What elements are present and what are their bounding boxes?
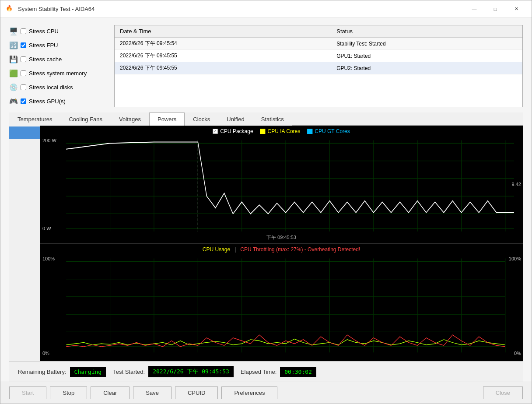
checkbox-stress-cpu[interactable]: 🖥️ Stress CPU <box>9 25 105 37</box>
checkbox-stress-gpu[interactable]: 🎮 Stress GPU(s) <box>9 95 105 107</box>
preferences-button[interactable]: Preferences <box>221 386 277 399</box>
elapsed-value: 00:30:02 <box>280 367 316 377</box>
clear-button[interactable]: Clear <box>91 386 130 399</box>
col-status: Status <box>331 25 522 38</box>
stress-options: 🖥️ Stress CPU 🔢 Stress FPU 💾 Stress cach… <box>9 25 105 107</box>
battery-status: Remaining Battery: Charging <box>18 367 106 377</box>
table-row: 2022/6/26 下午 09:45:54 Stability Test: St… <box>115 38 522 50</box>
datetime-cell-1: 2022/6/26 下午 09:45:54 <box>115 38 331 50</box>
gpu-icon: 🎮 <box>9 97 18 105</box>
table-row: 2022/6/26 下午 09:45:55 GPU1: Started <box>115 50 522 62</box>
cpu-package-label: CPU Package <box>220 128 253 134</box>
stress-disks-checkbox[interactable] <box>21 84 26 90</box>
power-current-value: 9.42 <box>512 182 521 187</box>
cpu-y-min-left: 0% <box>42 351 49 356</box>
datetime-cell-2: 2022/6/26 下午 09:45:55 <box>115 50 331 62</box>
checkbox-stress-cache[interactable]: 💾 Stress cache <box>9 53 105 65</box>
chart-sidebar <box>9 126 40 361</box>
tab-voltages[interactable]: Voltages <box>111 112 149 126</box>
status-cell-2: GPU1: Started <box>331 50 522 62</box>
cpu-usage-title: CPU Usage <box>203 246 230 253</box>
stress-gpu-label: Stress GPU(s) <box>29 98 66 105</box>
start-button[interactable]: Start <box>9 386 46 399</box>
tab-cooling-fans[interactable]: Cooling Fans <box>60 112 111 126</box>
top-section: 🖥️ Stress CPU 🔢 Stress FPU 💾 Stress cach… <box>9 25 523 107</box>
close-window-button[interactable]: ✕ <box>506 2 526 16</box>
stress-cpu-label: Stress CPU <box>29 28 59 35</box>
table-row: 2022/6/26 下午 09:45:55 GPU2: Started <box>115 62 522 74</box>
stress-fpu-checkbox[interactable] <box>21 42 26 48</box>
tab-clocks[interactable]: Clocks <box>185 112 218 126</box>
stress-cache-checkbox[interactable] <box>21 56 26 62</box>
cpu-y-max-left: 100% <box>42 256 55 261</box>
stop-button[interactable]: Stop <box>50 386 87 399</box>
app-icon: 🔥 <box>6 5 14 14</box>
title-bar: 🔥 System Stability Test - AIDA64 — □ ✕ <box>0 0 532 18</box>
main-charts: CPU Package CPU IA Cores CPU GT Cores 20… <box>40 126 523 361</box>
charts-wrapper: CPU Package CPU IA Cores CPU GT Cores 20… <box>9 126 523 361</box>
window-title: System Stability Test - AIDA64 <box>18 6 464 12</box>
tabs-bar: Temperatures Cooling Fans Voltages Power… <box>9 112 523 126</box>
cpu-y-max-right: 100% <box>509 256 521 261</box>
power-x-time: 下午 09:45:53 <box>266 234 296 241</box>
checkbox-stress-memory[interactable]: 🟩 Stress system memory <box>9 67 105 79</box>
status-cell-3: GPU2: Started <box>331 62 522 74</box>
window-controls: — □ ✕ <box>464 2 526 16</box>
stress-memory-label: Stress system memory <box>29 70 87 77</box>
battery-value: Charging <box>70 367 106 377</box>
elapsed-label: Elapsed Time: <box>241 369 276 375</box>
tab-unified[interactable]: Unified <box>218 112 252 126</box>
cpu-ia-color <box>260 129 266 134</box>
power-y-min: 0 W <box>42 226 51 231</box>
stress-fpu-label: Stress FPU <box>29 42 58 49</box>
cpu-gt-color <box>307 129 312 134</box>
main-window: 🔥 System Stability Test - AIDA64 — □ ✕ 🖥… <box>0 0 532 404</box>
cpu-gt-label: CPU GT Cores <box>315 128 350 134</box>
legend-cpu-gt-cores: CPU GT Cores <box>307 128 350 134</box>
bottom-bar: Start Stop Clear Save CPUID Preferences … <box>0 382 532 404</box>
stress-gpu-checkbox[interactable] <box>21 98 26 104</box>
test-started-value: 2022/6/26 下午 09:45:53 <box>148 366 234 377</box>
checkbox-stress-fpu[interactable]: 🔢 Stress FPU <box>9 39 105 51</box>
cpuid-button[interactable]: CPUID <box>175 386 218 399</box>
power-chart-legend: CPU Package CPU IA Cores CPU GT Cores <box>213 128 350 134</box>
sidebar-active-indicator <box>9 126 40 139</box>
elapsed-time-status: Elapsed Time: 00:30:02 <box>241 367 316 377</box>
cpu-y-min-right: 0% <box>514 351 521 356</box>
cpu-ia-label: CPU IA Cores <box>268 128 301 134</box>
tab-statistics[interactable]: Statistics <box>253 112 292 126</box>
datetime-cell-3: 2022/6/26 下午 09:45:55 <box>115 62 331 74</box>
test-started-label: Test Started: <box>113 369 145 375</box>
cpu-icon: 🖥️ <box>9 27 18 35</box>
disk-icon: 💿 <box>9 83 18 91</box>
stress-cache-label: Stress cache <box>29 56 62 63</box>
test-started-status: Test Started: 2022/6/26 下午 09:45:53 <box>113 366 234 377</box>
close-button[interactable]: Close <box>483 386 523 399</box>
main-content: 🖥️ Stress CPU 🔢 Stress FPU 💾 Stress cach… <box>0 18 532 382</box>
battery-label: Remaining Battery: <box>18 369 66 375</box>
minimize-button[interactable]: — <box>464 2 484 16</box>
power-chart-svg <box>40 126 523 243</box>
cpu-chart: CPU Usage | CPU Throttling (max: 27%) - … <box>40 244 523 362</box>
power-y-max: 200 W <box>42 138 56 143</box>
tabs-section: Temperatures Cooling Fans Voltages Power… <box>9 112 523 126</box>
status-table: Date & Time Status 2022/6/26 下午 09:45:54… <box>115 25 522 74</box>
fpu-icon: 🔢 <box>9 41 18 49</box>
legend-cpu-package: CPU Package <box>213 128 253 134</box>
tab-temperatures[interactable]: Temperatures <box>9 112 60 126</box>
status-cell-1: Stability Test: Started <box>331 38 522 50</box>
status-bar: Remaining Battery: Charging Test Started… <box>9 361 523 382</box>
tab-powers[interactable]: Powers <box>149 112 185 126</box>
cpu-throttling-title: CPU Throttling (max: 27%) - Overheating … <box>240 246 360 253</box>
cpu-chart-svg <box>40 244 523 362</box>
cpu-package-checkbox[interactable] <box>213 129 218 134</box>
maximize-button[interactable]: □ <box>485 2 505 16</box>
checkbox-stress-disks[interactable]: 💿 Stress local disks <box>9 81 105 93</box>
memory-icon: 🟩 <box>9 69 18 77</box>
col-datetime: Date & Time <box>115 25 331 38</box>
stress-cpu-checkbox[interactable] <box>21 28 26 34</box>
status-table-container: Date & Time Status 2022/6/26 下午 09:45:54… <box>114 25 523 107</box>
save-button[interactable]: Save <box>133 386 172 399</box>
cache-icon: 💾 <box>9 55 18 63</box>
stress-memory-checkbox[interactable] <box>21 70 26 76</box>
